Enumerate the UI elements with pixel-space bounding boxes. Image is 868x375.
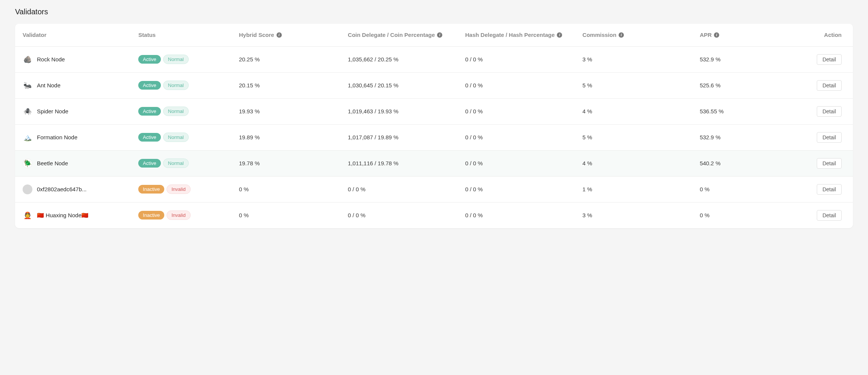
detail-button[interactable]: Detail [817, 80, 842, 91]
hash-delegate-cell: 0 / 0 % [459, 46, 576, 72]
validator-icon: 🕷️ [23, 107, 32, 116]
validator-icon: 👲 [23, 210, 32, 220]
action-cell: Detail [794, 176, 853, 202]
header-hybrid-score: Hybrid Score i [233, 24, 342, 46]
table-row: 🏔️Formation NodeActiveNormal19.89 %1,017… [15, 124, 853, 150]
validator-name: 🇨🇳 Huaxing Node🇨🇳 [37, 212, 89, 219]
validator-cell: 🪲Beetle Node [15, 150, 132, 176]
apr-cell: 540.2 % [694, 150, 794, 176]
apr-cell: 532.9 % [694, 124, 794, 150]
table-row: 0xf2802aedc647b...InactiveInvalid0 %0 / … [15, 176, 853, 202]
apr-cell: 0 % [694, 176, 794, 202]
apr-cell: 532.9 % [694, 46, 794, 72]
hash-delegate-cell: 0 / 0 % [459, 202, 576, 228]
action-cell: Detail [794, 202, 853, 228]
header-hybrid-label: Hybrid Score [239, 31, 274, 39]
sub-status-badge: Normal [163, 133, 189, 142]
coin-delegate-cell: 1,011,116 / 19.78 % [342, 150, 459, 176]
header-coin-label: Coin Delegate / Coin Percentage [348, 31, 435, 39]
commission-cell: 4 % [576, 98, 694, 124]
coin-delegate-cell: 1,019,463 / 19.93 % [342, 98, 459, 124]
hash-delegate-cell: 0 / 0 % [459, 98, 576, 124]
info-icon[interactable]: i [557, 32, 562, 38]
detail-button[interactable]: Detail [817, 158, 842, 169]
info-icon[interactable]: i [619, 32, 624, 38]
validator-icon: 🏔️ [23, 133, 32, 142]
header-action-label: Action [824, 32, 842, 38]
validators-card: Validator Status Hybrid Score i Coin Del… [15, 24, 853, 228]
hybrid-score-cell: 20.25 % [233, 46, 342, 72]
header-apr: APR i [694, 24, 794, 46]
hash-delegate-cell: 0 / 0 % [459, 176, 576, 202]
table-row: 🪲Beetle NodeActiveNormal19.78 %1,011,116… [15, 150, 853, 176]
validator-name: Ant Node [37, 82, 61, 88]
hybrid-score-cell: 0 % [233, 176, 342, 202]
status-cell: InactiveInvalid [132, 202, 233, 228]
info-icon[interactable]: i [437, 32, 442, 38]
validator-cell: 👲🇨🇳 Huaxing Node🇨🇳 [15, 202, 132, 228]
action-cell: Detail [794, 72, 853, 98]
hybrid-score-cell: 19.93 % [233, 98, 342, 124]
action-cell: Detail [794, 150, 853, 176]
detail-button[interactable]: Detail [817, 54, 842, 65]
commission-cell: 5 % [576, 72, 694, 98]
header-status: Status [132, 24, 233, 46]
page-title: Validators [15, 8, 853, 16]
validator-name: Beetle Node [37, 160, 68, 166]
commission-cell: 1 % [576, 176, 694, 202]
header-status-label: Status [138, 31, 156, 39]
hash-delegate-cell: 0 / 0 % [459, 124, 576, 150]
status-badge: Inactive [138, 185, 164, 194]
sub-status-badge: Normal [163, 55, 189, 64]
detail-button[interactable]: Detail [817, 184, 842, 195]
action-cell: Detail [794, 124, 853, 150]
status-cell: ActiveNormal [132, 98, 233, 124]
validator-cell: 0xf2802aedc647b... [15, 176, 132, 202]
hash-delegate-cell: 0 / 0 % [459, 150, 576, 176]
status-cell: ActiveNormal [132, 72, 233, 98]
status-badge: Active [138, 81, 160, 90]
coin-delegate-cell: 0 / 0 % [342, 176, 459, 202]
validator-name: 0xf2802aedc647b... [37, 186, 87, 192]
info-icon[interactable]: i [714, 32, 719, 38]
coin-delegate-cell: 1,030,645 / 20.15 % [342, 72, 459, 98]
table-row: 🐜Ant NodeActiveNormal20.15 %1,030,645 / … [15, 72, 853, 98]
header-action: Action [794, 24, 853, 46]
validator-cell: 🏔️Formation Node [15, 124, 132, 150]
commission-cell: 5 % [576, 124, 694, 150]
sub-status-badge: Invalid [167, 210, 191, 220]
sub-status-badge: Normal [163, 81, 189, 90]
sub-status-badge: Normal [163, 107, 189, 116]
header-commission-label: Commission [582, 31, 616, 39]
sub-status-badge: Normal [163, 159, 189, 168]
hybrid-score-cell: 20.15 % [233, 72, 342, 98]
coin-delegate-cell: 0 / 0 % [342, 202, 459, 228]
info-icon[interactable]: i [277, 32, 282, 38]
detail-button[interactable]: Detail [817, 210, 842, 221]
coin-delegate-cell: 1,017,087 / 19.89 % [342, 124, 459, 150]
table-row: 🕷️Spider NodeActiveNormal19.93 %1,019,46… [15, 98, 853, 124]
commission-cell: 4 % [576, 150, 694, 176]
apr-cell: 0 % [694, 202, 794, 228]
action-cell: Detail [794, 46, 853, 72]
validator-icon: 🪨 [23, 55, 32, 64]
status-badge: Active [138, 107, 160, 116]
validator-name: Spider Node [37, 108, 68, 114]
validator-icon: 🐜 [23, 81, 32, 90]
detail-button[interactable]: Detail [817, 132, 842, 143]
detail-button[interactable]: Detail [817, 106, 842, 117]
validators-table: Validator Status Hybrid Score i Coin Del… [15, 24, 853, 228]
hybrid-score-cell: 19.89 % [233, 124, 342, 150]
header-hash-label: Hash Delegate / Hash Percentage [465, 31, 555, 39]
validator-name: Rock Node [37, 56, 65, 62]
apr-cell: 525.6 % [694, 72, 794, 98]
header-validator-label: Validator [23, 31, 46, 39]
apr-cell: 536.55 % [694, 98, 794, 124]
table-header-row: Validator Status Hybrid Score i Coin Del… [15, 24, 853, 46]
validator-icon: 🪲 [23, 159, 32, 168]
coin-delegate-cell: 1,035,662 / 20.25 % [342, 46, 459, 72]
commission-cell: 3 % [576, 202, 694, 228]
header-commission: Commission i [576, 24, 694, 46]
status-badge: Inactive [138, 211, 164, 220]
status-cell: ActiveNormal [132, 124, 233, 150]
